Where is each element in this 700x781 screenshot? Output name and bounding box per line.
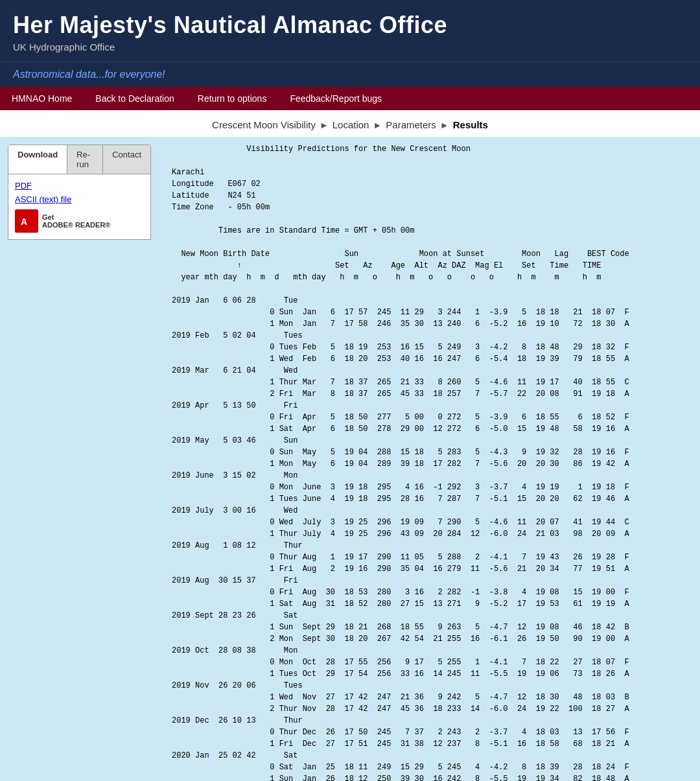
result-area: Visibility Predictions for the New Cresc… <box>159 137 700 781</box>
breadcrumb-results[interactable]: Results <box>453 119 488 130</box>
site-subtitle: UK Hydrographic Office <box>13 41 687 52</box>
nav-options[interactable]: Return to options <box>186 87 279 110</box>
tab-download[interactable]: Download <box>8 145 67 174</box>
download-ascii-link[interactable]: ASCII (text) file <box>15 194 144 204</box>
adobe-product-label: ADOBE® READER® <box>42 221 110 229</box>
adobe-icon: A <box>15 209 38 233</box>
tagline-bar: Astronomical data...for everyone! <box>0 62 700 87</box>
nav-declaration[interactable]: Back to Declaration <box>84 87 185 110</box>
download-pdf-link[interactable]: PDF <box>15 181 144 191</box>
adobe-reader-text: Get ADOBE® READER® <box>42 213 110 229</box>
nav-hmnao-home[interactable]: HMNAO Home <box>0 87 84 110</box>
nav-feedback[interactable]: Feedback/Report bugs <box>278 87 393 110</box>
tab-bar: Download Re-run Contact <box>8 145 151 174</box>
tab-rerun[interactable]: Re-run <box>67 145 103 174</box>
breadcrumb-arrow-3: ► <box>440 120 449 130</box>
adobe-reader-block: A Get ADOBE® READER® <box>15 209 144 233</box>
main-content: Download Re-run Contact PDF ASCII (text)… <box>0 137 700 781</box>
adobe-get-label: Get <box>42 213 110 221</box>
nav-bar: HMNAO Home Back to Declaration Return to… <box>0 87 700 110</box>
svg-text:A: A <box>21 216 27 227</box>
tab-content-download: PDF ASCII (text) file A Get ADOBE® READE… <box>8 174 151 240</box>
result-text: Visibility Predictions for the New Cresc… <box>172 143 687 781</box>
breadcrumb-parameters[interactable]: Parameters <box>386 119 436 130</box>
breadcrumb-arrow-1: ► <box>320 120 329 130</box>
tagline: Astronomical data...for everyone! <box>13 69 165 80</box>
breadcrumb-arrow-2: ► <box>373 120 382 130</box>
breadcrumb-crescent-moon[interactable]: Crescent Moon Visibility <box>212 119 316 130</box>
site-title: Her Majesty's Nautical Almanac Office <box>13 12 687 39</box>
breadcrumb: Crescent Moon Visibility ► Location ► Pa… <box>0 110 700 137</box>
breadcrumb-location[interactable]: Location <box>332 119 369 130</box>
sidebar: Download Re-run Contact PDF ASCII (text)… <box>0 137 159 781</box>
tab-contact[interactable]: Contact <box>103 145 150 174</box>
header: Her Majesty's Nautical Almanac Office UK… <box>0 0 700 62</box>
